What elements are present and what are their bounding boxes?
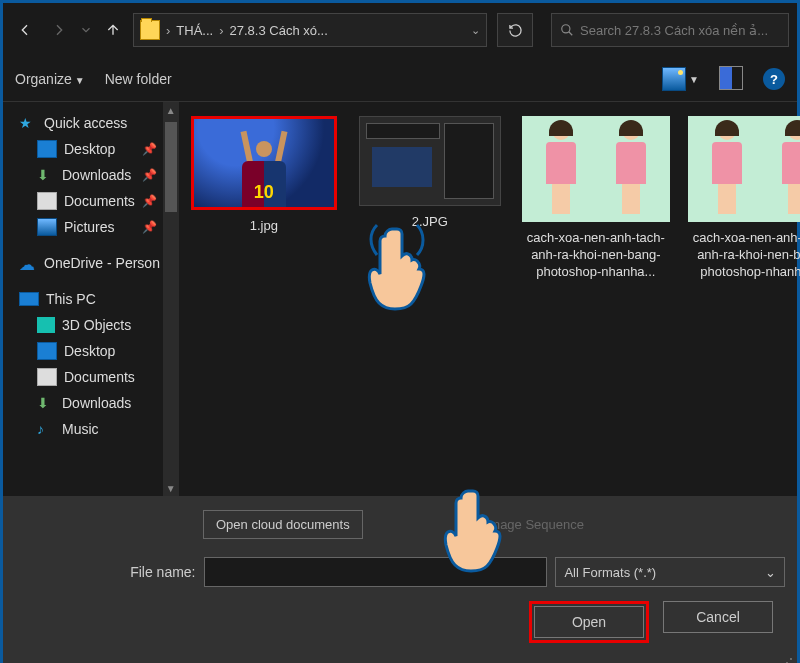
file-label: 1.jpg bbox=[189, 218, 339, 235]
chevron-right-icon: › bbox=[219, 23, 223, 38]
tree-desktop-2[interactable]: Desktop bbox=[3, 338, 179, 364]
chevron-right-icon: › bbox=[166, 23, 170, 38]
organize-menu[interactable]: Organize▼ bbox=[15, 71, 85, 87]
chevron-down-icon[interactable]: ⌄ bbox=[471, 24, 480, 37]
file-item[interactable]: cach-xoa-nen-anh-tach-anh-ra-khoi-nen-ba… bbox=[521, 116, 671, 281]
desktop-icon bbox=[37, 342, 57, 360]
breadcrumb-seg[interactable]: 27.8.3 Cách xó... bbox=[230, 23, 328, 38]
cloud-icon: ☁ bbox=[19, 255, 37, 271]
cancel-button[interactable]: Cancel bbox=[663, 601, 773, 633]
file-thumbnail: 10 bbox=[191, 116, 337, 210]
view-preview-button[interactable] bbox=[719, 66, 743, 93]
search-input[interactable]: Search 27.8.3 Cách xóa nền ả... bbox=[551, 13, 789, 47]
file-label: cach-xoa-nen-anh-tach-anh-ra-khoi-nen-ba… bbox=[521, 230, 671, 281]
tree-downloads[interactable]: ⬇Downloads📌 bbox=[3, 162, 179, 188]
file-type-value: All Formats (*.*) bbox=[564, 565, 656, 580]
document-icon bbox=[37, 192, 57, 210]
pin-icon: 📌 bbox=[142, 220, 157, 234]
filename-label: File name: bbox=[15, 564, 196, 580]
svg-point-0 bbox=[562, 25, 570, 33]
file-type-dropdown[interactable]: All Formats (*.*) ⌄ bbox=[555, 557, 785, 587]
open-button[interactable]: Open bbox=[534, 606, 644, 638]
open-cloud-documents-button[interactable]: Open cloud documents bbox=[203, 510, 363, 539]
search-placeholder: Search 27.8.3 Cách xóa nền ả... bbox=[580, 23, 768, 38]
download-icon: ⬇ bbox=[37, 395, 55, 411]
tree-quick-access[interactable]: ★ Quick access bbox=[3, 110, 179, 136]
view-thumbnails-button[interactable]: ▼ bbox=[662, 67, 699, 91]
file-thumbnail bbox=[522, 116, 670, 222]
pin-icon: 📌 bbox=[142, 142, 157, 156]
nav-forward-button bbox=[45, 14, 73, 46]
nav-back-button[interactable] bbox=[11, 14, 39, 46]
music-icon: ♪ bbox=[37, 421, 55, 437]
chevron-down-icon: ⌄ bbox=[765, 565, 776, 580]
dialog-footer: Open cloud documents Image Sequence File… bbox=[3, 496, 797, 663]
scroll-thumb[interactable] bbox=[165, 122, 177, 212]
refresh-button[interactable] bbox=[497, 13, 533, 47]
search-icon bbox=[560, 23, 574, 37]
file-label: cach-xoa-nen-anh-tach-anh-ra-khoi-nen-ba… bbox=[687, 230, 800, 281]
tree-documents[interactable]: Documents📌 bbox=[3, 188, 179, 214]
pictures-icon bbox=[37, 218, 57, 236]
breadcrumb-seg[interactable]: THÁ... bbox=[176, 23, 213, 38]
tree-music[interactable]: ♪Music bbox=[3, 416, 179, 442]
desktop-icon bbox=[37, 140, 57, 158]
file-thumbnail bbox=[359, 116, 501, 206]
star-icon: ★ bbox=[19, 115, 37, 131]
tree-this-pc[interactable]: This PC bbox=[3, 286, 179, 312]
tree-onedrive[interactable]: ☁OneDrive - Person bbox=[3, 250, 179, 276]
tree-scrollbar[interactable]: ▲ ▼ bbox=[163, 102, 179, 496]
image-sequence-checkbox[interactable] bbox=[463, 516, 480, 533]
pin-icon: 📌 bbox=[142, 194, 157, 208]
pc-icon bbox=[19, 292, 39, 306]
file-label: 2.JPG bbox=[355, 214, 505, 231]
pin-icon: 📌 bbox=[142, 168, 157, 182]
folder-icon bbox=[140, 20, 160, 40]
cube-icon bbox=[37, 317, 55, 333]
tree-downloads-2[interactable]: ⬇Downloads bbox=[3, 390, 179, 416]
open-button-highlight: Open bbox=[529, 601, 649, 643]
file-item[interactable]: cach-xoa-nen-anh-tach-anh-ra-khoi-nen-ba… bbox=[687, 116, 800, 281]
resize-grip-icon[interactable]: ⋰ bbox=[781, 656, 791, 663]
scroll-down-icon[interactable]: ▼ bbox=[163, 480, 179, 496]
nav-recent-dropdown[interactable] bbox=[79, 14, 93, 46]
tree-pictures[interactable]: Pictures📌 bbox=[3, 214, 179, 240]
tree-documents-2[interactable]: Documents bbox=[3, 364, 179, 390]
document-icon bbox=[37, 368, 57, 386]
tree-desktop[interactable]: Desktop📌 bbox=[3, 136, 179, 162]
nav-up-button[interactable] bbox=[99, 14, 127, 46]
preview-pane-icon bbox=[719, 66, 743, 90]
new-folder-button[interactable]: New folder bbox=[105, 71, 172, 87]
pictures-icon bbox=[662, 67, 686, 91]
file-item[interactable]: 10 1.jpg bbox=[189, 116, 339, 235]
filename-input[interactable] bbox=[204, 557, 548, 587]
nav-tree: ★ Quick access Desktop📌 ⬇Downloads📌 Docu… bbox=[3, 102, 179, 496]
file-item[interactable]: 2.JPG bbox=[355, 116, 505, 231]
file-pane[interactable]: 10 1.jpg 2.JPG cach-xoa-nen-anh-tach-anh… bbox=[179, 102, 800, 496]
address-bar[interactable]: › THÁ... › 27.8.3 Cách xó... ⌄ bbox=[133, 13, 487, 47]
image-sequence-label: Image Sequence bbox=[486, 517, 584, 532]
scroll-up-icon[interactable]: ▲ bbox=[163, 102, 179, 118]
file-thumbnail bbox=[688, 116, 800, 222]
download-icon: ⬇ bbox=[37, 167, 55, 183]
tree-3d-objects[interactable]: 3D Objects bbox=[3, 312, 179, 338]
help-button[interactable]: ? bbox=[763, 68, 785, 90]
